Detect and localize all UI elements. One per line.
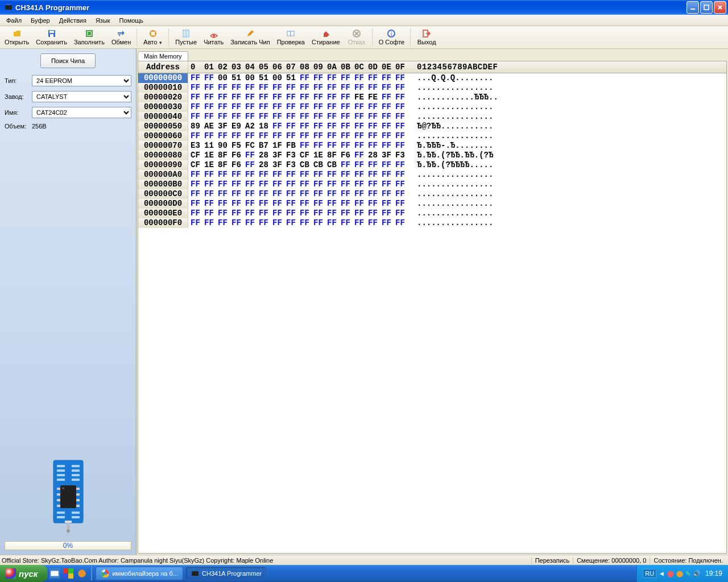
- status-state: Состояние: Подключен.: [650, 557, 726, 564]
- empty-icon: [181, 29, 191, 38]
- hex-row[interactable]: 000000B0FFFFFFFFFFFFFFFFFFFFFFFFFFFFFFFF…: [138, 180, 726, 189]
- hex-editor[interactable]: Address 00102030405060708090A0B0C0D0E0F …: [138, 61, 727, 554]
- task-icon: [101, 569, 110, 578]
- hex-address: 00000080: [138, 151, 188, 160]
- hex-row[interactable]: 00000060FFFFFFFFFFFFFFFFFFFFFFFFFFFFFFFF…: [138, 131, 726, 141]
- toolbar-read-button[interactable]: Читать: [200, 27, 227, 48]
- toolbar-about-button[interactable]: iО Софте: [375, 27, 408, 48]
- svg-rect-41: [72, 512, 80, 514]
- toolbar-fill-button[interactable]: Заполнить: [71, 27, 108, 48]
- hex-bytes[interactable]: FFFFFFFFFFFFFFFFFFFFFFFFFFFFFFFF: [188, 209, 409, 218]
- toolbar-empty-button[interactable]: Пустые: [172, 27, 200, 48]
- toolbar-swap-button[interactable]: Обмен: [108, 27, 134, 48]
- hex-bytes[interactable]: E31190F5FCB71FFBFFFFFFFFFFFFFFFF: [188, 141, 409, 151]
- svg-rect-52: [68, 573, 73, 579]
- tray-clock[interactable]: 19:19: [705, 569, 722, 577]
- menu-Помощь[interactable]: Помощь: [115, 16, 148, 25]
- close-button[interactable]: [714, 1, 726, 14]
- hex-ascii: ................: [409, 209, 493, 218]
- quicklaunch-icon[interactable]: [77, 568, 87, 579]
- hex-bytes[interactable]: FFFFFFFFFFFFFFFFFFFFFFFFFFFFFFFF: [188, 180, 409, 189]
- hex-bytes[interactable]: 89AE3FE9A218FFFFFFFFFFFFFFFFFFFF: [188, 122, 409, 131]
- tray-icon[interactable]: ⬤: [676, 570, 683, 577]
- hex-ascii: ................: [409, 199, 493, 209]
- hex-bytes[interactable]: FFFFFFFFFFFFFFFFFFFFFFFFFFFFFFFF: [188, 170, 409, 180]
- hex-row[interactable]: 0000005089AE3FE9A218FFFFFFFFFFFFFFFFFFFF…: [138, 122, 726, 131]
- hex-row[interactable]: 00000030FFFFFFFFFFFFFFFFFFFFFFFFFFFFFFFF…: [138, 102, 726, 112]
- hex-row[interactable]: 000000E0FFFFFFFFFFFFFFFFFFFFFFFFFFFFFFFF…: [138, 209, 726, 218]
- svg-rect-16: [291, 31, 294, 36]
- hex-bytes[interactable]: CF1E8FF6FF283FF3CF1E8FF6FF283FF3: [188, 151, 409, 160]
- toolbar-separator: [136, 28, 138, 47]
- hex-address: 00000090: [138, 160, 188, 170]
- tray-icon[interactable]: ◄: [659, 570, 665, 577]
- hex-row[interactable]: 00000020FFFFFFFFFFFFFFFFFFFFFFFFFEFEFFFF…: [138, 93, 726, 102]
- svg-rect-50: [68, 568, 73, 573]
- hex-ascii: Ђ.ЂЂ.(?ЂЂ.ЂЂ.(?Ђ: [409, 151, 493, 160]
- toolbar-auto-button[interactable]: Авто▼: [140, 27, 166, 48]
- tray-icon[interactable]: ⬤: [667, 570, 674, 577]
- toolbar-exit-button[interactable]: Выход: [413, 27, 440, 48]
- hex-row[interactable]: 000000F0FFFFFFFFFFFFFFFFFFFFFFFFFFFFFFFF…: [138, 218, 726, 228]
- name-label: Имя:: [5, 109, 32, 116]
- tray-volume-icon[interactable]: 🔊: [693, 570, 701, 577]
- hex-bytes[interactable]: FFFF005100510051FFFFFFFFFFFFFFFF: [188, 73, 409, 83]
- svg-rect-38: [57, 505, 60, 507]
- lang-indicator[interactable]: RU: [643, 569, 656, 578]
- hex-row[interactable]: 00000080CF1E8FF6FF283FF3CF1E8FF6FF283FF3…: [138, 151, 726, 160]
- maximize-button[interactable]: [700, 1, 713, 14]
- hex-bytes[interactable]: FFFFFFFFFFFFFFFFFFFFFFFFFFFFFFFF: [188, 131, 409, 141]
- name-select[interactable]: CAT24C02: [32, 107, 131, 118]
- svg-rect-23: [72, 465, 80, 467]
- tab-main-memory[interactable]: Main Memory: [138, 51, 188, 61]
- toolbar-save-button[interactable]: Сохранить: [32, 27, 71, 48]
- system-tray: RU ◄ ⬤ ⬤ ✎ 🔊 19:19: [636, 565, 728, 582]
- hex-row[interactable]: 000000C0FFFFFFFFFFFFFFFFFFFFFFFFFFFFFFFF…: [138, 189, 726, 199]
- svg-rect-15: [287, 31, 291, 36]
- quicklaunch-icon[interactable]: [63, 568, 73, 579]
- svg-rect-29: [72, 479, 80, 481]
- hex-bytes[interactable]: FFFFFFFFFFFFFFFFFFFFFFFFFFFFFFFF: [188, 189, 409, 199]
- hex-bytes[interactable]: FFFFFFFFFFFFFFFFFFFFFFFFFFFFFFFF: [188, 102, 409, 112]
- open-icon: [13, 29, 22, 38]
- taskbar-task[interactable]: иммобилайзера на б...: [96, 567, 183, 580]
- svg-rect-35: [76, 493, 80, 496]
- swap-icon: [117, 29, 126, 38]
- hex-bytes[interactable]: FFFFFFFFFFFFFFFFFFFFFFFFFFFFFFFF: [188, 199, 409, 209]
- quicklaunch-icon[interactable]: [49, 568, 60, 579]
- status-offset: Смещение: 00000000, 0: [573, 557, 650, 564]
- hex-ascii: Ђ.ЂЂЂ-.Ђ........: [409, 141, 493, 151]
- toolbar-verify-button[interactable]: Проверка: [274, 27, 308, 48]
- menu-Действия[interactable]: Действия: [55, 16, 91, 25]
- tray-icon[interactable]: ✎: [685, 570, 690, 577]
- hex-bytes[interactable]: FFFFFFFFFFFFFFFFFFFFFFFFFEFEFFFF: [188, 93, 409, 102]
- toolbar-open-button[interactable]: Открыть: [1, 27, 32, 48]
- hex-bytes[interactable]: FFFFFFFFFFFFFFFFFFFFFFFFFFFFFFFF: [188, 83, 409, 93]
- hex-bytes[interactable]: FFFFFFFFFFFFFFFFFFFFFFFFFFFFFFFF: [188, 218, 409, 228]
- hex-row[interactable]: 00000010FFFFFFFFFFFFFFFFFFFFFFFFFFFFFFFF…: [138, 83, 726, 93]
- hex-bytes[interactable]: FFFFFFFFFFFFFFFFFFFFFFFFFFFFFFFF: [188, 112, 409, 122]
- save-icon: [47, 29, 56, 38]
- hex-row[interactable]: 00000090CF1E8FF6FF283FF3CBCBCBFFFFFFFFFF…: [138, 160, 726, 170]
- menu-Язык[interactable]: Язык: [91, 16, 115, 25]
- hex-row[interactable]: 00000000FFFF005100510051FFFFFFFFFFFFFFFF…: [138, 73, 726, 83]
- hex-row[interactable]: 000000D0FFFFFFFFFFFFFFFFFFFFFFFFFFFFFFFF…: [138, 199, 726, 209]
- hex-row[interactable]: 000000A0FFFFFFFFFFFFFFFFFFFFFFFFFFFFFFFF…: [138, 170, 726, 180]
- taskbar-task[interactable]: CH341A Programmer: [185, 567, 267, 580]
- hex-row[interactable]: 00000040FFFFFFFFFFFFFFFFFFFFFFFFFFFFFFFF…: [138, 112, 726, 122]
- minimize-button[interactable]: [686, 1, 699, 14]
- menu-Файл[interactable]: Файл: [2, 16, 26, 25]
- toolbar-write-button[interactable]: Записать Чип: [227, 27, 274, 48]
- type-select[interactable]: 24 EEPROM: [32, 75, 131, 86]
- search-chip-button[interactable]: Поиск Чипа: [40, 53, 96, 68]
- hex-ascii: ................: [409, 131, 493, 141]
- status-left: Official Store: SkyGz.TaoBao.Com Author:…: [2, 557, 531, 564]
- start-button[interactable]: пуск: [0, 565, 48, 582]
- manuf-select[interactable]: CATALYST: [32, 91, 131, 102]
- hex-row[interactable]: 00000070E31190F5FCB71FFBFFFFFFFFFFFFFFFF…: [138, 141, 726, 151]
- svg-rect-11: [88, 32, 91, 35]
- hex-bytes[interactable]: CF1E8FF6FF283FF3CBCBCBFFFFFFFFFF: [188, 160, 409, 170]
- menu-Буфер[interactable]: Буфер: [26, 16, 55, 25]
- toolbar-erase-button[interactable]: Стирание: [308, 27, 344, 48]
- svg-rect-24: [57, 469, 65, 472]
